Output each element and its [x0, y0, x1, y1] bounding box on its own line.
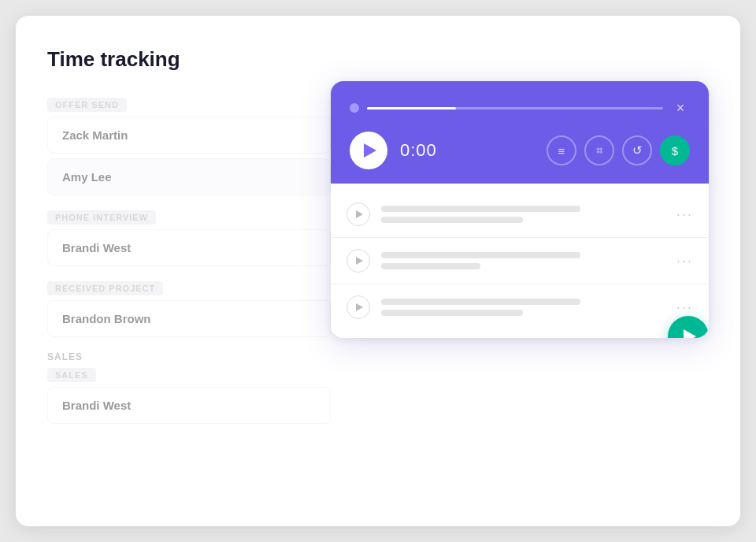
- progress-fill: [367, 107, 456, 110]
- sales-label: SALES: [47, 351, 331, 362]
- track-play-icon-3: [356, 303, 363, 311]
- player-header: × 0:00 ≡ ⌗ ↺: [331, 81, 709, 184]
- main-layout: OFFER SEND Zack Martin Amy Lee PHONE INT…: [47, 97, 709, 438]
- history-icon: ↺: [632, 143, 643, 158]
- list-item-brandi[interactable]: Brandi West: [47, 229, 331, 266]
- track-play-button-3[interactable]: [346, 295, 370, 319]
- track-bar-3-bottom: [381, 310, 523, 316]
- track-play-button-2[interactable]: [346, 249, 370, 273]
- page-title: Time tracking: [47, 47, 709, 72]
- list-button[interactable]: ≡: [547, 136, 576, 165]
- fab-play-icon: [684, 329, 696, 338]
- progress-dot: [350, 103, 359, 113]
- offer-send-label: OFFER SEND: [47, 98, 127, 112]
- list-icon: ≡: [558, 144, 565, 158]
- track-item: ···: [331, 191, 709, 238]
- track-play-icon-1: [356, 210, 363, 218]
- dollar-button[interactable]: $: [660, 136, 690, 165]
- track-play-button-1[interactable]: [346, 202, 370, 226]
- tag-button[interactable]: ⌗: [584, 136, 614, 165]
- close-button[interactable]: ×: [671, 98, 690, 117]
- track-item-2: ···: [331, 238, 709, 284]
- track-play-icon-2: [356, 257, 363, 265]
- progress-bar-row: ×: [350, 98, 690, 117]
- list-item-brandon[interactable]: Brandon Brown: [47, 300, 331, 337]
- time-display: 0:00: [400, 140, 437, 161]
- dollar-icon: $: [672, 144, 678, 158]
- main-play-button[interactable]: [350, 132, 387, 169]
- history-button[interactable]: ↺: [622, 136, 652, 165]
- main-card: Time tracking OFFER SEND Zack Martin Amy…: [16, 16, 740, 526]
- track-more-button-3[interactable]: ···: [676, 299, 693, 316]
- tag-icon: ⌗: [596, 143, 602, 158]
- player-action-buttons: ≡ ⌗ ↺ $: [547, 136, 690, 165]
- player-controls-row: 0:00 ≡ ⌗ ↺ $: [350, 132, 690, 169]
- list-item[interactable]: Zack Martin: [47, 117, 331, 154]
- track-bar-1-bottom: [381, 217, 523, 223]
- track-info-3: [381, 299, 665, 316]
- track-more-button-1[interactable]: ···: [676, 206, 693, 223]
- track-bar-2-top: [381, 252, 580, 258]
- offer-send-section: OFFER SEND Zack Martin Amy Lee: [47, 97, 331, 195]
- received-project-section: RECEIVED PROJECT Brandon Brown: [47, 280, 331, 337]
- phone-interview-label: PHONE INTERVIEW: [47, 210, 156, 225]
- track-more-button-2[interactable]: ···: [676, 253, 693, 269]
- track-bar-1-top: [381, 206, 580, 212]
- phone-interview-section: PHONE INTERVIEW Brandi West: [47, 210, 331, 266]
- track-item-3: ···: [331, 284, 709, 330]
- left-panel: OFFER SEND Zack Martin Amy Lee PHONE INT…: [47, 97, 331, 438]
- track-bar-3-top: [381, 299, 580, 305]
- play-icon: [364, 143, 376, 158]
- sales-sub-label: SALES: [47, 368, 96, 382]
- list-item-sales-brandi[interactable]: Brandi West: [47, 387, 331, 424]
- audio-player-card: × 0:00 ≡ ⌗ ↺: [331, 81, 709, 338]
- progress-track[interactable]: [367, 107, 663, 110]
- track-info-2: [381, 252, 665, 269]
- list-item-amy[interactable]: Amy Lee: [47, 158, 331, 195]
- sales-section: SALES SALES Brandi West: [47, 351, 331, 424]
- track-list: ··· ···: [331, 184, 709, 338]
- received-project-label: RECEIVED PROJECT: [47, 281, 163, 295]
- track-bar-2-bottom: [381, 263, 480, 269]
- track-info-1: [381, 206, 665, 223]
